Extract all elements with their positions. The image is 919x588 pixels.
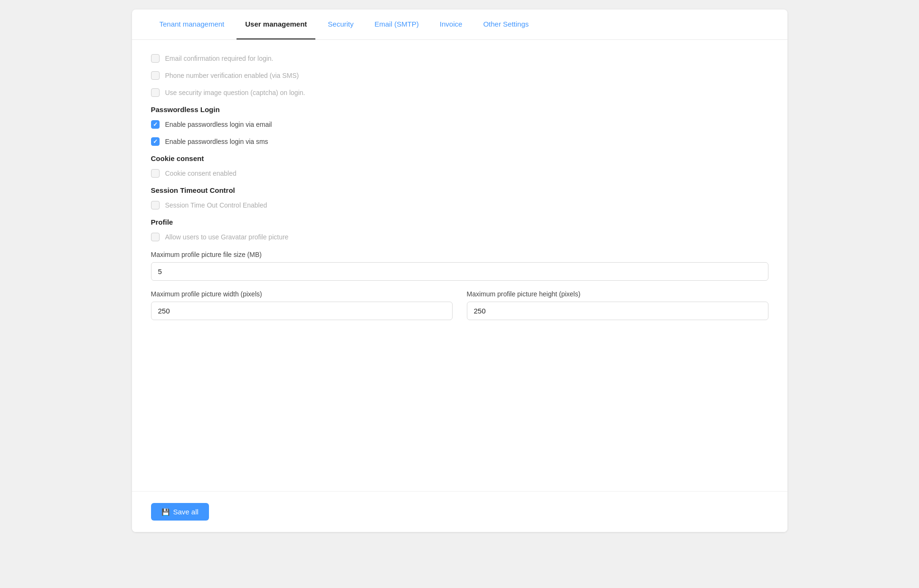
two-col-dimensions: Maximum profile picture width (pixels) M… <box>151 290 768 320</box>
label-max-width: Maximum profile picture width (pixels) <box>151 290 453 298</box>
col-height: Maximum profile picture height (pixels) <box>467 290 768 320</box>
checkbox-passwordless-sms-label: Enable passwordless login via sms <box>165 138 268 145</box>
checkbox-row-gravatar: Allow users to use Gravatar profile pict… <box>151 233 768 241</box>
input-max-height[interactable] <box>467 302 768 320</box>
checkbox-passwordless-email-label: Enable passwordless login via email <box>165 121 272 128</box>
checkbox-phone-verification-label: Phone number verification enabled (via S… <box>165 72 299 79</box>
checkbox-session[interactable] <box>151 201 160 209</box>
section-title-passwordless: Passwordless Login <box>151 105 768 114</box>
checkbox-security-image[interactable] <box>151 88 160 97</box>
settings-card: Tenant management User management Securi… <box>132 9 787 532</box>
checkbox-row-phone-verification: Phone number verification enabled (via S… <box>151 71 768 80</box>
checkbox-row-cookie: Cookie consent enabled <box>151 169 768 178</box>
checkbox-cookie[interactable] <box>151 169 160 178</box>
save-bar: 💾 Save all <box>132 491 787 532</box>
checkbox-passwordless-email[interactable] <box>151 120 160 129</box>
checkbox-passwordless-sms[interactable] <box>151 137 160 146</box>
tab-tenant-management[interactable]: Tenant management <box>151 9 233 39</box>
checkbox-row-email-confirmation: Email confirmation required for login. <box>151 54 768 63</box>
input-max-file-size[interactable] <box>151 262 768 281</box>
checkbox-cookie-label: Cookie consent enabled <box>165 170 237 177</box>
save-icon: 💾 <box>161 508 170 516</box>
checkbox-gravatar-label: Allow users to use Gravatar profile pict… <box>165 233 289 241</box>
checkbox-row-security-image: Use security image question (captcha) on… <box>151 88 768 97</box>
checkbox-email-confirmation[interactable] <box>151 54 160 63</box>
tab-email-smtp[interactable]: Email (SMTP) <box>366 9 427 39</box>
tab-user-management[interactable]: User management <box>237 9 315 39</box>
content-area: Email confirmation required for login. P… <box>132 40 787 368</box>
checkbox-row-passwordless-email: Enable passwordless login via email <box>151 120 768 129</box>
label-max-file-size: Maximum profile picture file size (MB) <box>151 251 768 258</box>
checkbox-gravatar[interactable] <box>151 233 160 241</box>
tab-security[interactable]: Security <box>319 9 362 39</box>
checkbox-security-image-label: Use security image question (captcha) on… <box>165 89 305 96</box>
input-max-width[interactable] <box>151 302 453 320</box>
section-title-session: Session Timeout Control <box>151 186 768 194</box>
section-title-cookie: Cookie consent <box>151 154 768 162</box>
tab-bar: Tenant management User management Securi… <box>132 9 787 40</box>
label-max-height: Maximum profile picture height (pixels) <box>467 290 768 298</box>
checkbox-email-confirmation-label: Email confirmation required for login. <box>165 55 274 62</box>
checkbox-phone-verification[interactable] <box>151 71 160 80</box>
save-all-label: Save all <box>173 508 199 516</box>
checkbox-row-session: Session Time Out Control Enabled <box>151 201 768 209</box>
tab-other-settings[interactable]: Other Settings <box>474 9 537 39</box>
save-all-button[interactable]: 💾 Save all <box>151 503 209 521</box>
col-width: Maximum profile picture width (pixels) <box>151 290 453 320</box>
checkbox-row-passwordless-sms: Enable passwordless login via sms <box>151 137 768 146</box>
tab-invoice[interactable]: Invoice <box>431 9 471 39</box>
checkbox-session-label: Session Time Out Control Enabled <box>165 201 267 209</box>
section-title-profile: Profile <box>151 218 768 226</box>
